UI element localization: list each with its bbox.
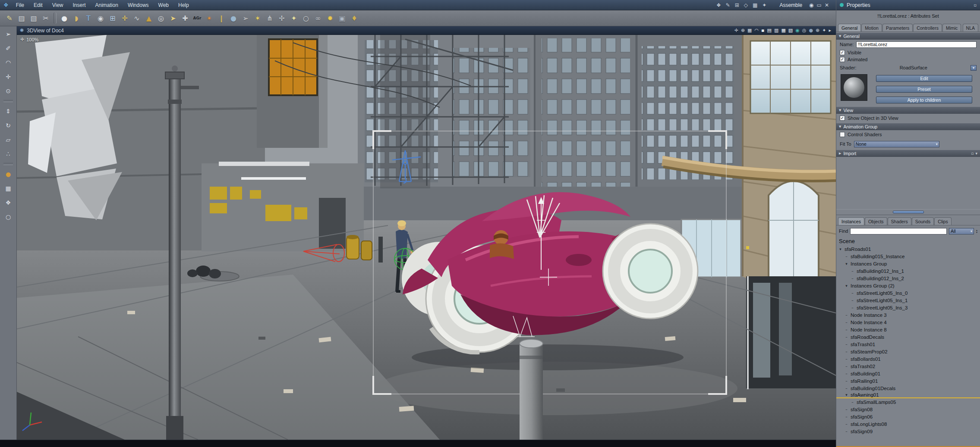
zoom-view-icon[interactable]: ⊙ — [3, 86, 13, 96]
axis-toggle-icon[interactable]: ⊕ — [741, 28, 745, 33]
shader-preview[interactable] — [841, 74, 867, 101]
tree-item[interactable]: ▾ Instances Group (2) — [836, 282, 980, 289]
material-sphere-icon[interactable]: ● — [3, 169, 13, 179]
tree-item[interactable]: – sfaStreetLight05_Ins_1 — [836, 297, 980, 304]
world-axis-icon[interactable]: ⊕ — [816, 28, 819, 33]
tree-expander-icon[interactable]: – — [844, 407, 849, 412]
tree-item[interactable]: ▾ Instances Group — [836, 260, 980, 267]
anchor-tool-icon[interactable]: ✚ — [179, 12, 191, 24]
tree-expander-icon[interactable]: – — [844, 357, 849, 361]
tree-item[interactable]: – sfaBuilding012_Ins_1 — [836, 267, 980, 275]
section-general[interactable]: ▼ General — [836, 33, 980, 40]
widget-tool-icon[interactable]: ⊞ — [735, 2, 739, 8]
hand-tool-icon[interactable]: ❖ — [716, 2, 721, 8]
texture-mode-icon[interactable]: ● — [809, 28, 813, 33]
layout-single-icon[interactable]: ▪ — [761, 28, 764, 33]
tree-expander-icon[interactable]: – — [844, 254, 849, 259]
tree-expander-icon[interactable]: – — [844, 379, 849, 383]
viewport-menu-icon[interactable]: ❋ — [20, 28, 24, 33]
import-menu-icon[interactable]: ▾ — [975, 151, 977, 156]
erase-tool-icon[interactable]: ▧ — [28, 12, 40, 24]
tree-expander-icon[interactable]: – — [850, 276, 855, 281]
tab-objects[interactable]: Objects — [865, 217, 887, 225]
tree-expander-icon[interactable]: – — [844, 313, 849, 317]
tree-expander-icon[interactable]: ▾ — [838, 247, 843, 251]
rail-icon[interactable] — [3, 163, 13, 165]
cone-primitive-icon[interactable]: ▲ — [143, 12, 155, 24]
fit-to-select[interactable]: None ▾ — [854, 141, 939, 147]
torus-primitive-icon[interactable]: ◎ — [155, 12, 167, 24]
tree-expander-icon[interactable]: – — [844, 335, 849, 339]
tree-item[interactable]: – sfaBollards01 — [836, 355, 980, 363]
layout-four-icon[interactable]: ▦ — [781, 28, 785, 33]
lattice-tool-icon[interactable]: ⊞ — [107, 12, 119, 24]
tree-expander-icon[interactable]: – — [850, 306, 855, 310]
key-tool-icon[interactable]: ♦ — [348, 12, 360, 24]
animated-checkbox[interactable]: ✓ — [840, 57, 845, 62]
tree-expander-icon[interactable]: – — [844, 415, 849, 419]
layout-custom-icon[interactable]: ▧ — [788, 28, 793, 33]
apply-to-children-button[interactable]: Apply to children — [876, 97, 972, 103]
tree-expander-icon[interactable]: – — [844, 422, 849, 426]
menu-insert[interactable]: Insert — [68, 0, 90, 10]
tab-mimic[interactable]: Mimic — [942, 24, 961, 31]
panel-pin-icon[interactable]: ▫ — [974, 3, 977, 7]
move-object-icon[interactable]: ⇕ — [3, 106, 13, 116]
layout-three-icon[interactable]: ▥ — [774, 28, 778, 33]
visible-checkbox[interactable]: ✓ — [840, 50, 845, 55]
scroll-spinner[interactable]: ▴ ▾ — [976, 229, 977, 233]
wand-tool-icon[interactable]: ✦ — [288, 12, 300, 24]
scale-object-icon[interactable]: ▱ — [3, 134, 13, 145]
tree-expander-icon[interactable]: ▾ — [844, 284, 849, 288]
ring-tool-icon[interactable]: ○ — [300, 12, 312, 24]
tree-item[interactable]: – Node Instance 4 — [836, 319, 980, 326]
tree-item[interactable]: ▾ sfaAwning01 — [836, 392, 980, 398]
tab-parameters[interactable]: Parameters — [882, 24, 913, 31]
tree-item[interactable]: – sfaBuilding01Decals — [836, 384, 980, 392]
sphere-primitive-icon[interactable]: ● — [58, 12, 70, 24]
shader-value[interactable]: RoadSurface — [859, 65, 968, 70]
link-tool-icon[interactable]: ◇ — [744, 2, 748, 8]
tree-item[interactable]: ▾ sfaRoads01 — [836, 245, 980, 253]
pen-tool-icon[interactable]: ✎ — [726, 2, 730, 8]
render-view-icon[interactable]: ▦ — [3, 183, 13, 194]
toolbar-icon[interactable] — [54, 13, 57, 24]
eye-icon[interactable]: ◉ — [809, 2, 813, 8]
tree-item[interactable]: – sfaSmallLamps05 — [836, 398, 980, 406]
scene-root-label[interactable]: Scene — [836, 237, 980, 245]
capsule-primitive-icon[interactable]: ◗ — [70, 12, 82, 24]
wire-mode-icon[interactable]: ◎ — [802, 28, 807, 33]
menu-animation[interactable]: Animation — [91, 0, 123, 10]
show-object-checkbox[interactable]: ✓ — [840, 116, 845, 121]
section-animation-group[interactable]: ▼ Animation Group — [836, 123, 980, 130]
close-icon[interactable]: ✕ — [825, 2, 829, 8]
menu-help[interactable]: Help — [173, 0, 194, 10]
tab-instances[interactable]: Instances — [838, 217, 864, 225]
light-tool-icon[interactable]: ✹ — [324, 12, 336, 24]
shader-dropdown-icon[interactable]: ▾ — [971, 65, 977, 71]
tree-item[interactable]: – sfaBuilding01 — [836, 370, 980, 377]
rail-icon[interactable] — [3, 100, 13, 102]
helix-tool-icon[interactable]: ∞ — [312, 12, 324, 24]
tab-general[interactable]: General — [838, 24, 861, 31]
orbit-view-icon[interactable]: ◠ — [3, 57, 13, 68]
filter-select[interactable]: All ▾ — [949, 228, 974, 234]
section-view[interactable]: ▼ View — [836, 107, 980, 114]
tab-motion[interactable]: Motion — [861, 24, 882, 31]
name-input[interactable] — [856, 41, 977, 48]
tree-expander-icon[interactable]: – — [844, 342, 849, 347]
shade-mode-icon[interactable]: ◉ — [795, 28, 800, 33]
import-add-icon[interactable]: ▫ — [971, 151, 974, 156]
star-tool-icon[interactable]: ✶ — [252, 12, 264, 24]
orb-tool-icon[interactable]: ● — [227, 12, 239, 24]
magnify-view-icon[interactable]: ○ — [3, 212, 13, 222]
flame-tool-icon[interactable]: ✴ — [203, 12, 215, 24]
menu-edit[interactable]: Edit — [29, 0, 47, 10]
tree-expander-icon[interactable]: – — [844, 364, 849, 369]
tree-expander-icon[interactable]: – — [850, 298, 855, 303]
hand-view-icon[interactable]: ❖ — [3, 197, 13, 208]
tab-clips[interactable]: Clips — [934, 217, 951, 225]
rig-tool-icon[interactable]: ⋔ — [264, 12, 276, 24]
tree-expander-icon[interactable]: – — [844, 386, 849, 391]
tree-item[interactable]: – sfaTrash02 — [836, 363, 980, 370]
